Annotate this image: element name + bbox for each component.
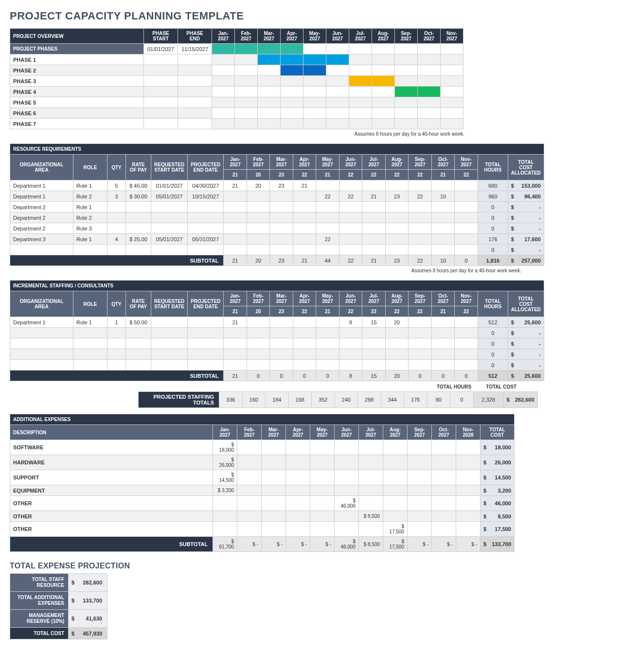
expense-desc: HARDWARE <box>10 455 213 470</box>
cell-month-8 <box>409 338 432 349</box>
cell-total-cost: $- <box>508 328 544 338</box>
expenses-subtotal-total: $133,700 <box>481 537 515 552</box>
cell-month-0: 21 <box>224 180 247 191</box>
col-org: ORGANIZATIONAL AREA <box>10 155 73 180</box>
cell-total-hours: 0 <box>478 349 508 360</box>
subtotal-month-6: 15 <box>362 371 386 381</box>
col-month-5: Jun-2027 <box>339 155 362 170</box>
gantt-cell <box>349 87 372 97</box>
month-days-5: 22 <box>339 170 362 180</box>
cell-total-cost: $- <box>508 360 544 371</box>
col-month-3: Apr-2027 <box>293 291 316 306</box>
cell-rate <box>126 349 151 360</box>
total-expense-projection-table: TOTAL STAFF RESOURCE$282,600TOTAL ADDITI… <box>10 573 107 639</box>
expense-month-8 <box>408 470 432 485</box>
month-days-8: 22 <box>409 170 432 180</box>
gantt-cell <box>372 76 395 87</box>
gantt-cell <box>235 87 258 97</box>
month-days-0: 21 <box>224 306 247 317</box>
cell-org: Department 1 <box>10 191 73 202</box>
cell-month-0 <box>224 191 247 202</box>
expense-month-6: $ 8,500 <box>359 511 383 522</box>
cell-qty <box>107 212 126 223</box>
gantt-cell <box>281 97 303 108</box>
expenses-total-cost-header: TOTAL COST <box>481 425 515 440</box>
expenses-subtotal-month-2: $ - <box>262 537 286 552</box>
cell-total-cost: $- <box>508 223 544 234</box>
cell-total-cost: $17,600 <box>508 234 544 245</box>
cell-total-cost: $- <box>508 202 544 212</box>
col-month-6: Jul-2027 <box>362 291 386 306</box>
expenses-month-header-7: Aug-2027 <box>383 425 408 440</box>
gantt-cell <box>395 65 418 76</box>
cell-month-2 <box>270 234 293 245</box>
gantt-cell <box>235 97 258 108</box>
expense-month-5 <box>335 511 359 522</box>
subtotal-month-7: 23 <box>385 255 409 266</box>
cell-org: Department 1 <box>10 317 73 328</box>
expense-month-0 <box>213 496 237 511</box>
cell-month-7 <box>385 360 409 371</box>
expense-total: $46,000 <box>481 496 515 511</box>
cell-qty <box>107 360 126 371</box>
expenses-month-header-1: Feb-2027 <box>237 425 262 440</box>
cell-month-6: 21 <box>362 191 386 202</box>
gantt-cell <box>281 87 303 97</box>
cell-month-6 <box>362 223 386 234</box>
cell-month-1: 20 <box>247 180 270 191</box>
cell-month-8 <box>409 317 432 328</box>
gantt-cell <box>212 76 235 87</box>
cell-role: Role 1 <box>73 180 107 191</box>
page-title: PROJECT CAPACITY PLANNING TEMPLATE <box>10 10 631 22</box>
expenses-month-header-2: Mar-2027 <box>262 425 286 440</box>
gantt-cell <box>349 108 372 119</box>
gantt-cell <box>372 54 395 65</box>
gantt-cell <box>258 76 281 87</box>
phase-start <box>144 65 178 76</box>
phases-end-date: 11/15/2027 <box>178 44 212 54</box>
cell-end <box>188 223 224 234</box>
expense-month-4 <box>310 470 335 485</box>
cell-rate <box>126 360 151 371</box>
cell-month-5 <box>339 212 362 223</box>
subtotal-hours: 512 <box>478 371 508 381</box>
col-qty: QTY <box>107 291 126 317</box>
month-days-10: 22 <box>455 170 478 180</box>
gantt-cell <box>258 97 281 108</box>
cell-month-8 <box>409 245 432 255</box>
expense-desc: OTHER <box>10 522 213 537</box>
proj-total-hours: 2,328 <box>473 392 503 408</box>
cell-month-2 <box>270 223 293 234</box>
subtotal-month-3: 0 <box>293 371 316 381</box>
subtotal-month-8: 22 <box>409 255 432 266</box>
cell-end <box>188 360 224 371</box>
gantt-cell <box>303 44 326 54</box>
cell-month-9 <box>431 328 455 338</box>
cell-rate <box>126 202 151 212</box>
expense-desc: SUPPORT <box>10 470 213 485</box>
expense-desc: EQUIPMENT <box>10 485 213 496</box>
phase-name: PHASE 4 <box>10 87 144 97</box>
month-days-5: 22 <box>339 306 362 317</box>
phase-name: PHASE 3 <box>10 76 144 87</box>
phase-start <box>144 97 178 108</box>
month-days-4: 21 <box>316 306 339 317</box>
expense-month-9 <box>432 511 456 522</box>
cell-total-cost: $- <box>508 338 544 349</box>
cell-start <box>151 212 188 223</box>
cell-month-0 <box>224 328 247 338</box>
month-days-0: 21 <box>224 170 247 180</box>
cell-month-7 <box>385 223 409 234</box>
subtotal-month-7: 20 <box>385 371 409 381</box>
cell-month-8 <box>409 349 432 360</box>
expenses-month-header-9: Oct-2027 <box>432 425 456 440</box>
expense-month-10 <box>456 470 481 485</box>
col-month-1: Feb-2027 <box>247 291 270 306</box>
cell-month-7: 20 <box>385 317 409 328</box>
gantt-cell <box>395 76 418 87</box>
cell-month-8 <box>409 328 432 338</box>
expense-month-7 <box>383 511 408 522</box>
cell-month-1 <box>247 223 270 234</box>
cell-month-2: 23 <box>270 180 293 191</box>
expense-month-10 <box>456 485 481 496</box>
